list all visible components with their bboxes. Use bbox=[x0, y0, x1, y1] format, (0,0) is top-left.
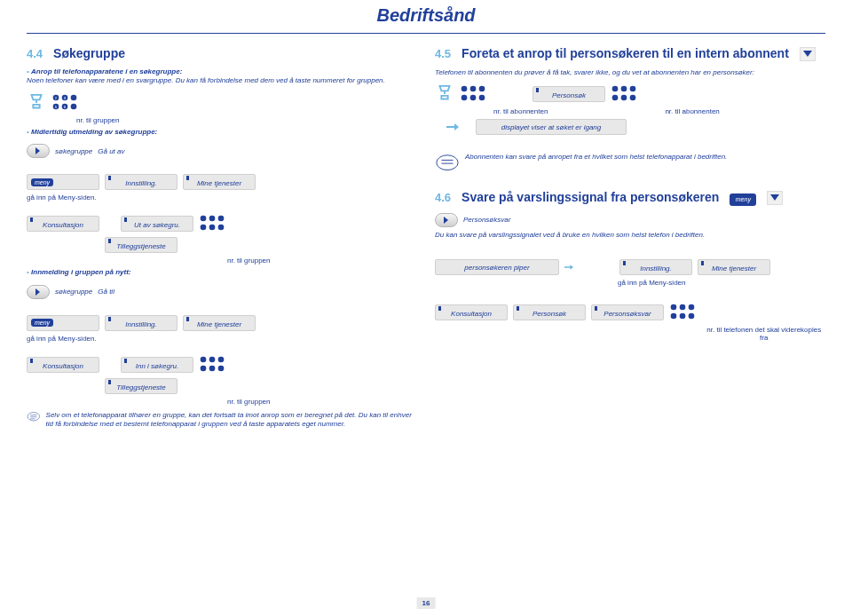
section-44-head: 4.4 Søkegruppe bbox=[27, 46, 417, 60]
lcd-innstilling-3: Innstilling. bbox=[619, 259, 692, 275]
section-45-head: 4.5 Foreta et anrop til personsøkeren ti… bbox=[435, 46, 825, 61]
keypad-icon-2 bbox=[199, 214, 225, 233]
section-45-title: Foreta et anrop til personsøkeren til en… bbox=[462, 46, 789, 60]
svg-point-29 bbox=[462, 95, 468, 101]
section-44-title: Søkegruppe bbox=[53, 46, 125, 60]
section-45-intro: Telefonen til abonnenten du prøver å få … bbox=[435, 68, 825, 77]
row-tillegg-2: Tilleggstjeneste bbox=[27, 378, 417, 394]
nr-abon-2: nr. til abonnenten bbox=[665, 107, 719, 115]
arrow-right-icon bbox=[435, 122, 470, 131]
row-45-phone: Personsøk bbox=[435, 84, 825, 104]
handset-icon-2 bbox=[435, 84, 454, 104]
sub2-label: Innmelding i gruppen på nytt: bbox=[31, 268, 130, 276]
page-title: Bedriftsånd bbox=[27, 5, 825, 34]
intro-label: Anrop til telefonapparatene i en søkegru… bbox=[31, 67, 182, 75]
row-konsult-1: Konsultasjon Ut av søkegru. bbox=[27, 214, 417, 233]
svg-point-19 bbox=[201, 365, 207, 371]
svg-point-28 bbox=[479, 86, 485, 92]
svg-point-11 bbox=[209, 216, 216, 222]
right-column: 4.5 Foreta et anrop til personsøkeren ti… bbox=[435, 46, 825, 430]
row-46-bottom: Konsultasjon Personsøk Personsøksvar bbox=[435, 303, 825, 322]
lcd-display-soket: displayet viser at søket er igang bbox=[476, 119, 627, 135]
lcd-innstilling-1: Innstilling. bbox=[105, 174, 178, 190]
nr-gruppen-label-3: nr. til gruppen bbox=[227, 398, 270, 406]
note-44: Selv om et telefonapparat tilhører en gr… bbox=[27, 411, 417, 430]
meny-pill: meny bbox=[31, 178, 53, 186]
row-meny-2: meny Innstilling. Mine tjenester bbox=[27, 315, 417, 331]
forward-button-3[interactable] bbox=[435, 213, 458, 227]
section-46-title: Svare på varslingssignal fra personsøker… bbox=[462, 190, 719, 204]
lcd-sokegruppe-2: søkegruppe bbox=[55, 288, 92, 296]
keypad-icon-3 bbox=[199, 355, 225, 375]
svg-point-46 bbox=[689, 313, 695, 320]
note-icon bbox=[27, 411, 41, 430]
keypad-icon-4 bbox=[460, 84, 486, 104]
svg-point-15 bbox=[218, 225, 225, 231]
svg-point-37 bbox=[630, 95, 636, 101]
svg-point-26 bbox=[462, 86, 468, 92]
keypad-icon: 2356 bbox=[51, 93, 78, 113]
section-45-num: 4.5 bbox=[435, 47, 451, 60]
row-45-display: displayet viser at søket er igang bbox=[435, 119, 825, 135]
lcd-personsoksvar-2: Personsøksvar bbox=[591, 304, 664, 320]
expand-icon[interactable] bbox=[800, 47, 816, 61]
forward-button[interactable] bbox=[27, 144, 50, 158]
nr-tel-label: nr. til telefonen det skal viderekoples … bbox=[703, 326, 825, 342]
svg-point-44 bbox=[671, 313, 677, 320]
note-icon-2 bbox=[435, 153, 460, 172]
svg-point-20 bbox=[209, 365, 216, 371]
svg-point-36 bbox=[621, 95, 627, 101]
nr-gruppen-label-2: nr. til gruppen bbox=[227, 257, 270, 265]
lcd-personsok-1: Personsøk bbox=[532, 86, 605, 102]
svg-point-42 bbox=[680, 304, 686, 311]
svg-point-22 bbox=[28, 412, 39, 420]
lcd-piper: personsøkeren piper bbox=[435, 259, 559, 275]
nr-abon-1: nr. til abonnenten bbox=[493, 107, 548, 115]
svg-point-45 bbox=[680, 313, 686, 320]
svg-point-18 bbox=[218, 356, 225, 362]
lcd-konsultasjon-1: Konsultasjon bbox=[27, 216, 99, 232]
meny-note-1: gå inn på Meny-siden. bbox=[27, 193, 417, 201]
svg-point-30 bbox=[470, 95, 477, 101]
nr-gruppen-label-1: nr. til gruppen bbox=[76, 116, 119, 124]
expand-icon-2[interactable] bbox=[767, 191, 783, 205]
svg-point-34 bbox=[630, 86, 636, 92]
meny-note-2: gå inn på Meny-siden. bbox=[27, 335, 417, 343]
page-number: 16 bbox=[417, 597, 436, 609]
section-44-num: 4.4 bbox=[27, 47, 43, 60]
lcd-ga-til: Gå til bbox=[98, 288, 114, 296]
forward-button-2[interactable] bbox=[27, 285, 50, 299]
lcd-personsoksvar-1: Personsøksvar bbox=[463, 216, 510, 224]
sub1-label: Midlertidig utmelding av søkegruppe: bbox=[31, 128, 157, 136]
svg-point-31 bbox=[479, 95, 485, 101]
arrow-right-icon-2 bbox=[564, 263, 573, 272]
row-45-labels: nr. til abonnenten nr. til abonnenten bbox=[435, 107, 825, 115]
svg-point-27 bbox=[470, 86, 477, 92]
svg-point-12 bbox=[218, 216, 225, 222]
lcd-konsultasjon-3: Konsultasjon bbox=[435, 304, 508, 320]
keypad-icon-5 bbox=[611, 84, 637, 104]
meny-flag: meny bbox=[730, 193, 756, 206]
lcd-ga-ut-av: Gå ut av bbox=[98, 147, 124, 155]
lcd-inn-i: Inn i søkegru. bbox=[121, 357, 193, 373]
lcd-sokegruppe-1: søkegruppe bbox=[55, 147, 92, 155]
svg-point-16 bbox=[201, 356, 207, 362]
svg-point-5 bbox=[71, 103, 77, 109]
section-46-body: Du kan svare på varslingssignalet ved å … bbox=[435, 231, 825, 240]
lcd-ut-av: Ut av søkegru. bbox=[121, 216, 193, 232]
sub-innmelding: • Innmelding i gruppen på nytt: bbox=[27, 268, 417, 277]
section-46-head: 4.6 Svare på varslingssignal fra persons… bbox=[435, 190, 825, 206]
meny-pill-2: meny bbox=[31, 319, 53, 327]
note-45-text: Abonnenten kan svare på anropet fra et h… bbox=[465, 153, 727, 162]
svg-point-13 bbox=[201, 225, 207, 231]
lcd-personsok-2: Personsøk bbox=[513, 304, 586, 320]
row-phone-keypad-1: 2356 bbox=[27, 93, 417, 113]
note-44-text: Selv om et telefonapparat tilhører en gr… bbox=[46, 411, 417, 430]
row-46-svar: Personsøksvar bbox=[435, 213, 825, 227]
row-tillegg-1: Tilleggstjeneste bbox=[27, 237, 417, 253]
note-45: Abonnenten kan svare på anropet fra et h… bbox=[435, 153, 825, 172]
row-46-piper: personsøkeren piper Innstilling. Mine tj… bbox=[435, 259, 825, 275]
svg-point-43 bbox=[689, 304, 695, 311]
svg-point-21 bbox=[218, 365, 225, 371]
row-sokegruppe-til: søkegruppe Gå til bbox=[27, 285, 417, 299]
